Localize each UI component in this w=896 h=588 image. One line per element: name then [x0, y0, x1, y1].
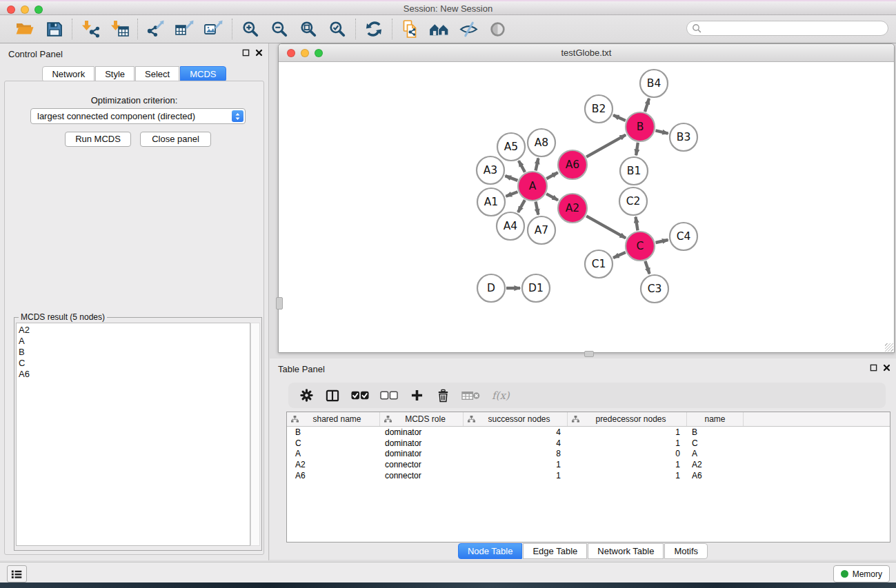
refresh-view-button[interactable]: [362, 18, 386, 40]
network-horizontal-scrollbar[interactable]: [584, 351, 594, 357]
cell[interactable]: 0: [568, 449, 687, 458]
cell[interactable]: 1: [568, 471, 687, 480]
save-session-button[interactable]: [42, 18, 66, 40]
export-network-button[interactable]: [144, 18, 168, 40]
network-window-titlebar[interactable]: testGlobe.txt: [279, 44, 894, 62]
tab-network[interactable]: Network: [42, 66, 94, 82]
column-header-MCDS-role[interactable]: MCDS role: [380, 412, 464, 426]
edge-A2-C[interactable]: [586, 216, 626, 238]
node-B4[interactable]: B4: [640, 70, 668, 97]
node-C3[interactable]: C3: [641, 275, 668, 303]
node-C1[interactable]: C1: [585, 250, 613, 278]
zoom-selected-button[interactable]: [326, 18, 349, 40]
edge-B-B3[interactable]: [655, 130, 668, 133]
cell[interactable]: dominator: [380, 427, 464, 437]
network-graph-canvas[interactable]: B4 B2 B B3 A8 A5 A6 A3 B1 A A1 C2 A2 A4 …: [279, 61, 894, 353]
mcds-result-item[interactable]: A6: [19, 369, 250, 380]
edge-C-C4[interactable]: [656, 240, 668, 243]
column-header-name[interactable]: name: [687, 412, 744, 426]
cell[interactable]: A: [687, 449, 744, 458]
mcds-result-item[interactable]: A: [19, 336, 250, 347]
cell[interactable]: 1: [568, 427, 687, 437]
zoom-fit-button[interactable]: [297, 18, 320, 40]
cell[interactable]: A6: [287, 471, 380, 480]
edge-A-A4[interactable]: [518, 200, 525, 212]
table-row[interactable]: Bdominator41B: [287, 427, 890, 438]
node-B1[interactable]: B1: [620, 157, 648, 185]
cell[interactable]: connector: [380, 471, 464, 480]
node-A7[interactable]: A7: [528, 216, 555, 244]
node-C4[interactable]: C4: [670, 223, 697, 250]
cell[interactable]: 4: [464, 427, 568, 437]
mcds-result-list[interactable]: A2ABCA6: [16, 323, 250, 546]
close-panel-button[interactable]: Close panel: [140, 132, 211, 147]
network-resize-grip[interactable]: [885, 343, 893, 352]
export-table-button[interactable]: [173, 18, 197, 40]
search-box[interactable]: [686, 21, 888, 36]
node-B[interactable]: B: [626, 112, 655, 141]
select-all-button[interactable]: [351, 387, 369, 405]
tab-edge-table[interactable]: Edge Table: [523, 543, 587, 559]
float-panel-icon[interactable]: [242, 49, 250, 57]
table-row[interactable]: Adominator80A: [287, 448, 890, 459]
hide-elements-button[interactable]: [457, 18, 480, 40]
duplicate-network-button[interactable]: [399, 18, 422, 40]
memory-button[interactable]: Memory: [833, 565, 890, 582]
tab-network-table[interactable]: Network Table: [588, 543, 664, 559]
cell[interactable]: 1: [464, 471, 568, 480]
import-network-button[interactable]: [79, 18, 102, 40]
edge-A-A2[interactable]: [546, 194, 558, 200]
cell[interactable]: 1: [464, 460, 568, 469]
tab-motifs[interactable]: Motifs: [664, 543, 708, 559]
result-scrollbar[interactable]: [250, 323, 260, 546]
node-A3[interactable]: A3: [477, 156, 504, 184]
mcds-result-item[interactable]: A2: [19, 325, 250, 336]
edge-C-C1[interactable]: [613, 252, 626, 258]
delete-table-button[interactable]: [461, 387, 480, 405]
column-header-predecessor-nodes[interactable]: predecessor nodes: [568, 412, 687, 426]
cell[interactable]: connector: [380, 460, 464, 469]
edge-C-C3[interactable]: [645, 261, 649, 274]
close-panel-icon[interactable]: [255, 49, 263, 57]
node-A4[interactable]: A4: [497, 212, 524, 240]
cell[interactable]: A: [287, 449, 380, 458]
edge-B-B4[interactable]: [645, 99, 649, 112]
import-table-button[interactable]: [108, 18, 131, 40]
edge-B-B2[interactable]: [613, 115, 626, 121]
node-B3[interactable]: B3: [670, 123, 697, 151]
deselect-all-button[interactable]: [380, 387, 398, 405]
cell[interactable]: B: [687, 427, 744, 437]
cell[interactable]: C: [287, 438, 380, 448]
column-header-shared-name[interactable]: shared name: [287, 412, 380, 426]
cell[interactable]: B: [287, 427, 380, 437]
cell[interactable]: dominator: [380, 449, 464, 458]
mcds-result-item[interactable]: C: [19, 358, 250, 369]
search-input[interactable]: [686, 21, 888, 36]
node-A1[interactable]: A1: [477, 188, 505, 216]
edge-C-C2[interactable]: [636, 217, 638, 231]
cell[interactable]: 1: [568, 460, 687, 469]
edge-A6-B[interactable]: [586, 135, 626, 157]
settings-button[interactable]: [299, 387, 314, 405]
column-header-successor-nodes[interactable]: successor nodes: [464, 412, 568, 426]
node-A8[interactable]: A8: [528, 129, 555, 156]
node-A2[interactable]: A2: [558, 194, 587, 223]
tab-style[interactable]: Style: [95, 66, 135, 82]
close-table-panel-icon[interactable]: [883, 364, 890, 372]
node-D1[interactable]: D1: [522, 274, 550, 302]
run-mcds-button[interactable]: Run MCDS: [65, 132, 131, 147]
network-vertical-scrollbar[interactable]: [276, 297, 283, 310]
node-A[interactable]: A: [518, 172, 547, 201]
export-image-button[interactable]: [202, 18, 226, 40]
edge-A-A3[interactable]: [506, 176, 518, 181]
zoom-out-button[interactable]: [268, 18, 291, 40]
node-A6[interactable]: A6: [558, 150, 587, 179]
cell[interactable]: 1: [568, 438, 687, 448]
node-D[interactable]: D: [477, 274, 505, 302]
cell[interactable]: 8: [464, 449, 568, 458]
table-row[interactable]: A2connector11A2: [287, 459, 890, 470]
open-session-button[interactable]: [13, 18, 37, 40]
edge-A-A7[interactable]: [536, 202, 539, 215]
edge-B-B1[interactable]: [636, 143, 638, 155]
show-elements-button[interactable]: [486, 18, 509, 40]
